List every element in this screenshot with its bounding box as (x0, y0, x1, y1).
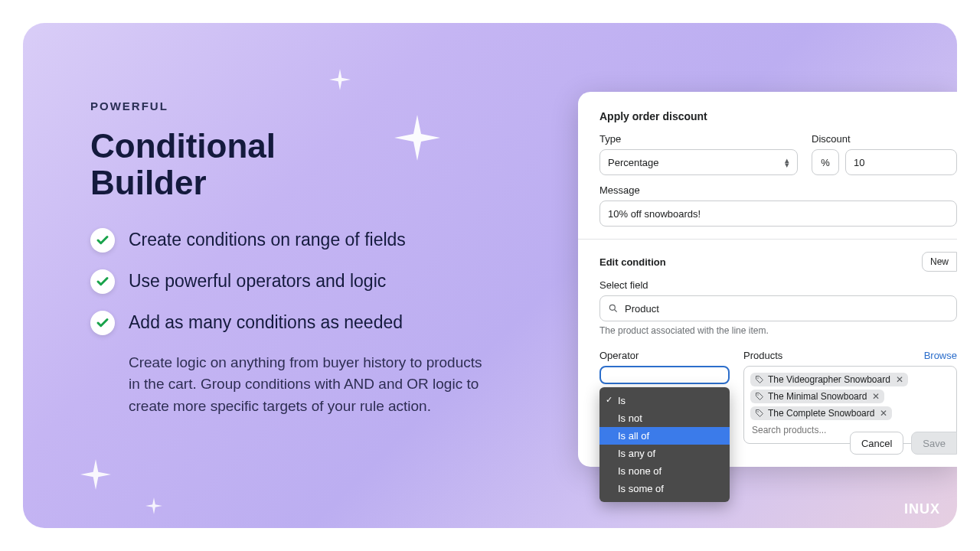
eyebrow: POWERFUL (90, 99, 527, 112)
svg-point-3 (757, 394, 759, 396)
svg-point-4 (757, 411, 759, 412)
new-condition-button[interactable]: New (922, 252, 957, 272)
operator-option[interactable]: Is not (599, 409, 730, 427)
operator-dropdown[interactable]: Is Is not Is all of Is any of Is none of… (599, 387, 730, 502)
select-field-input[interactable]: Product (599, 295, 957, 321)
browse-link[interactable]: Browse (924, 350, 957, 361)
svg-line-1 (615, 310, 617, 312)
message-input[interactable]: 10% off snowboards! (599, 201, 957, 227)
feature-card: POWERFUL Conditional Builder Create cond… (23, 23, 957, 528)
bullet-text: Create conditions on range of fields (129, 230, 406, 250)
select-field-value: Product (625, 303, 659, 315)
bullet-item: Create conditions on range of fields (90, 228, 527, 253)
edit-condition-label: Edit condition (599, 256, 666, 268)
search-icon (608, 303, 619, 314)
message-label: Message (599, 184, 957, 196)
check-icon (90, 228, 115, 253)
cancel-button[interactable]: Cancel (850, 432, 903, 455)
check-icon (90, 311, 115, 335)
operator-option[interactable]: Is (599, 392, 730, 409)
discount-label: Discount (812, 133, 957, 145)
remove-tag-icon[interactable]: ✕ (872, 391, 880, 402)
svg-point-0 (609, 305, 615, 310)
tag-icon (755, 409, 764, 418)
type-value: Percentage (608, 157, 659, 168)
bullet-item: Use powerful operators and logic (90, 269, 527, 294)
check-icon (90, 269, 115, 294)
operator-option[interactable]: Is some of (599, 480, 730, 497)
operator-option[interactable]: Is any of (599, 445, 730, 462)
bullet-list: Create conditions on range of fields Use… (90, 228, 527, 335)
select-field-help: The product associated with the line ite… (599, 325, 957, 336)
sparkle-icon (80, 459, 111, 490)
marketing-copy: POWERFUL Conditional Builder Create cond… (90, 99, 527, 417)
svg-point-2 (757, 377, 759, 379)
type-select[interactable]: Percentage ▴▾ (599, 149, 798, 175)
remove-tag-icon[interactable]: ✕ (880, 408, 887, 419)
tag-icon (755, 392, 764, 401)
products-label: Products (743, 350, 782, 361)
bullet-item: Add as many conditions as needed (90, 311, 527, 335)
headline-line: Builder (90, 164, 207, 201)
sparkle-icon (329, 69, 351, 90)
tag-icon (755, 375, 764, 384)
products-search-input[interactable] (749, 422, 848, 439)
brand-logo: INUX (904, 501, 940, 517)
discount-unit: % (812, 149, 839, 175)
discount-panel: Apply order discount Type Percentage ▴▾ … (578, 92, 957, 467)
remove-tag-icon[interactable]: ✕ (896, 374, 903, 385)
operator-option[interactable]: Is all of (599, 427, 730, 445)
chevron-updown-icon: ▴▾ (785, 158, 789, 167)
bullet-text: Use powerful operators and logic (129, 271, 386, 292)
save-button[interactable]: Save (911, 432, 957, 455)
divider (578, 239, 957, 240)
product-tag[interactable]: The Minimal Snowboard ✕ (750, 390, 884, 403)
panel-title: Apply order discount (599, 110, 957, 122)
type-label: Type (599, 133, 798, 145)
product-tag[interactable]: The Videographer Snowboard ✕ (750, 373, 908, 386)
description-paragraph: Create logic on anything from buyer hist… (129, 352, 496, 418)
product-tag[interactable]: The Complete Snowboard ✕ (750, 406, 892, 420)
operator-label: Operator (599, 350, 730, 361)
operator-select-outline (599, 366, 730, 384)
discount-input[interactable]: 10 (845, 149, 957, 175)
headline-line: Conditional (90, 127, 276, 165)
sparkle-icon (145, 497, 162, 514)
headline: Conditional Builder (90, 128, 527, 202)
bullet-text: Add as many conditions as needed (129, 312, 403, 333)
operator-option[interactable]: Is none of (599, 462, 730, 480)
select-field-label: Select field (599, 279, 957, 291)
